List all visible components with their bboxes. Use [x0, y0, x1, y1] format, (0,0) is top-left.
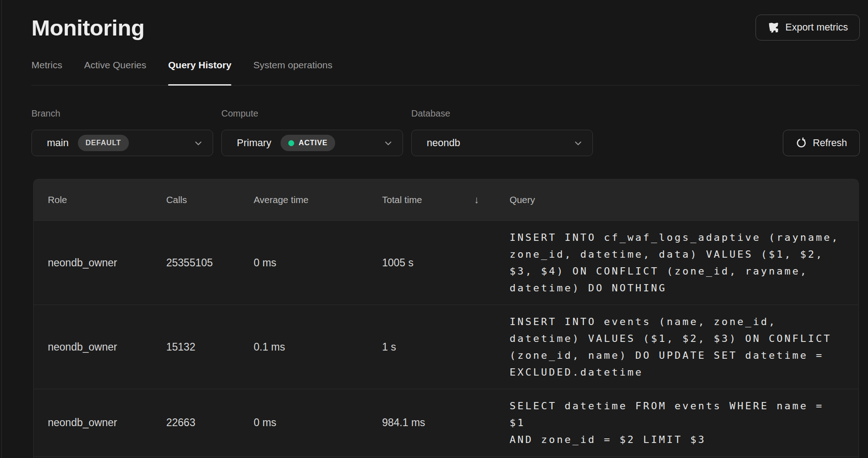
refresh-label: Refresh [813, 137, 847, 149]
column-header-role[interactable]: Role [34, 194, 152, 205]
cell-calls: 25355105 [152, 257, 240, 269]
cell-average-time: 0 ms [240, 417, 368, 429]
column-header-average-time[interactable]: Average time [240, 194, 368, 205]
tab-metrics[interactable]: Metrics [31, 60, 62, 85]
query-history-table: Role Calls Average time Total time ↓ Que… [33, 179, 859, 458]
table-row-partial[interactable] [34, 456, 858, 458]
chevron-down-icon [193, 138, 204, 148]
cell-query: INSERT INTO events (name, zone_id, datet… [495, 305, 858, 389]
branch-filter: Branch main DEFAULT [31, 108, 213, 156]
export-metrics-label: Export metrics [786, 22, 848, 33]
cell-role: neondb_owner [34, 341, 152, 353]
monitoring-page: Monitoring Export metrics Metrics Active… [0, 15, 868, 458]
export-metrics-button[interactable]: Export metrics [756, 15, 860, 41]
default-badge: DEFAULT [78, 135, 129, 151]
branch-value: main [47, 137, 69, 149]
compute-label: Compute [221, 108, 403, 119]
tab-active-queries[interactable]: Active Queries [84, 60, 147, 85]
database-value: neondb [427, 137, 460, 149]
status-dot [288, 140, 294, 146]
compute-value: Primary [237, 137, 271, 149]
page-title: Monitoring [31, 15, 144, 41]
table-row[interactable]: neondb_owner 15132 0.1 ms 1 s INSERT INT… [34, 305, 858, 389]
filters-row: Branch main DEFAULT Compute Primary ACTI… [31, 108, 860, 156]
branch-select[interactable]: main DEFAULT [31, 130, 213, 156]
table-row[interactable]: neondb_owner 25355105 0 ms 1005 s INSERT… [34, 220, 858, 305]
chevron-down-icon [573, 138, 583, 148]
cell-total-time: 1 s [368, 341, 495, 353]
cell-calls: 22663 [152, 417, 240, 429]
refresh-button[interactable]: Refresh [783, 130, 860, 156]
panel-left-border [1, 0, 2, 458]
database-label: Database [411, 108, 593, 119]
cell-calls: 15132 [152, 341, 240, 353]
column-header-calls[interactable]: Calls [152, 194, 240, 205]
database-select[interactable]: neondb [411, 130, 593, 156]
compute-select[interactable]: Primary ACTIVE [221, 130, 403, 156]
cell-total-time: 984.1 ms [368, 417, 495, 429]
tab-query-history[interactable]: Query History [168, 60, 231, 85]
refresh-wrap: Refresh [783, 130, 860, 156]
column-header-total-time[interactable]: Total time ↓ [368, 194, 495, 206]
tab-bar: Metrics Active Queries Query History Sys… [31, 60, 860, 86]
cell-average-time: 0.1 ms [240, 341, 368, 353]
column-header-query[interactable]: Query [495, 194, 858, 205]
datadog-icon [767, 21, 780, 34]
topbar: Monitoring Export metrics [31, 15, 860, 41]
cell-total-time: 1005 s [368, 257, 495, 269]
chevron-down-icon [383, 138, 393, 148]
cell-role: neondb_owner [34, 257, 152, 269]
refresh-icon [796, 137, 807, 149]
branch-label: Branch [31, 108, 213, 119]
table-row[interactable]: neondb_owner 22663 0 ms 984.1 ms SELECT … [34, 389, 858, 456]
compute-filter: Compute Primary ACTIVE [221, 108, 403, 156]
sort-desc-icon: ↓ [474, 194, 495, 206]
tab-system-operations[interactable]: System operations [253, 60, 332, 85]
cell-query: INSERT INTO cf_waf_logs_adaptive (raynam… [495, 221, 858, 305]
table-header: Role Calls Average time Total time ↓ Que… [34, 179, 858, 220]
cell-query: SELECT datetime FROM events WHERE name =… [495, 389, 858, 456]
database-filter: Database neondb [411, 108, 593, 156]
active-badge: ACTIVE [281, 135, 335, 151]
cell-role: neondb_owner [34, 417, 152, 429]
cell-average-time: 0 ms [240, 257, 368, 269]
